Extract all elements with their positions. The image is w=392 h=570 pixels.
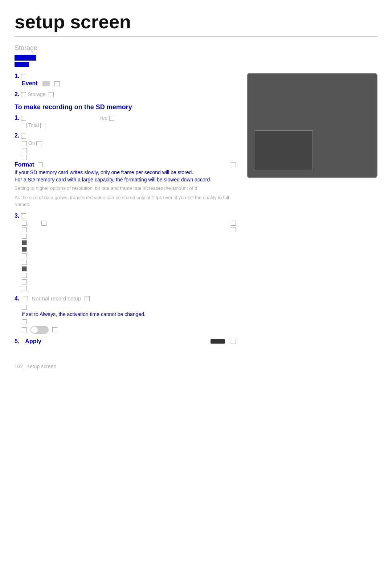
step1b-box <box>109 116 114 121</box>
normal-record-label: Normal record setup <box>32 295 81 302</box>
step-1: 1. Event <box>15 73 236 87</box>
step2-label: Storage <box>28 91 45 97</box>
step2b-box2 <box>22 154 236 160</box>
step4-toggle-box <box>52 327 57 332</box>
apply-row: 5. Apply <box>15 338 236 345</box>
step1b-total-box <box>40 123 45 128</box>
format-label: Format <box>15 161 34 168</box>
right-panel <box>247 73 377 178</box>
blue-bar-group <box>15 55 377 67</box>
step-2-num: 2. <box>15 91 19 97</box>
step2b-on-label: On <box>28 140 35 146</box>
step2-box <box>49 92 54 97</box>
step-1b: 1. ree Total <box>15 115 236 128</box>
step3-right-0 <box>231 221 236 226</box>
step4-header-row: 4. Normal record setup <box>15 295 236 302</box>
step2b-on-box <box>36 141 41 146</box>
step-4-num: 4. <box>15 295 19 302</box>
step4-toggle-icon2 <box>22 327 27 332</box>
apply-end-box <box>231 339 236 344</box>
step1-box-icon <box>54 81 60 86</box>
step-3: 3. <box>15 213 236 291</box>
step2b-on: On <box>22 140 236 146</box>
apply-label: Apply <box>25 338 41 345</box>
camera-inner-view <box>255 130 313 170</box>
gray-note-1: Setting to higher options of resolution,… <box>15 185 236 192</box>
step1b-free: ree <box>100 115 107 121</box>
format-icon <box>38 162 43 167</box>
gray-note-2: As the size of data grows, transferred v… <box>15 194 236 208</box>
step3-box-2 <box>22 234 27 239</box>
step4-sub-icon <box>22 305 27 310</box>
step3-box-6 <box>22 260 27 265</box>
step3-row-3 <box>22 240 236 245</box>
step3-row-8 <box>22 273 236 278</box>
step3-box-3 <box>22 240 27 245</box>
step-1-content: Event <box>22 80 236 87</box>
step4-end-box <box>85 296 90 301</box>
step2b-icon <box>21 134 26 139</box>
activation-note: If set to Always, the activation time ca… <box>22 311 236 317</box>
step3-row-9 <box>22 279 236 284</box>
step3-row-5 <box>22 253 236 258</box>
step1b-total-icon <box>22 123 27 128</box>
step4-toggle-row2 <box>22 326 236 334</box>
step2b-on-icon <box>22 141 27 146</box>
step3-box-0b <box>41 221 46 226</box>
step1-event-label: Event <box>22 80 38 86</box>
step-2: 2. Storage <box>15 91 236 98</box>
step3-row-4 <box>22 247 236 252</box>
sd-heading: To make recording on the SD memory <box>15 103 236 111</box>
step1-arrow-icon <box>42 81 50 86</box>
step3-box-1 <box>22 227 27 232</box>
step2b-box2-icon <box>22 155 27 160</box>
step3-box-8 <box>22 273 27 278</box>
step3-box-10 <box>22 286 27 291</box>
step1-icon <box>21 74 26 79</box>
blue-info-1: If your SD memory card writes slowly, on… <box>15 169 236 175</box>
step3-row-1 <box>22 227 236 232</box>
format-row: Format <box>15 161 236 168</box>
step1b-icon <box>21 116 26 121</box>
camera-preview <box>247 73 377 178</box>
step2-icon <box>21 92 26 97</box>
step-2b-num: 2. <box>15 132 19 139</box>
page-title: setup screen <box>15 11 377 37</box>
step4-sub <box>22 304 236 310</box>
step2b-box1-icon <box>22 148 27 153</box>
step3-row-0 <box>22 221 236 226</box>
step3-box-9 <box>22 279 27 284</box>
blue-info-2: For a SD memory card with a large capaci… <box>15 177 236 183</box>
step3-icon <box>21 213 26 218</box>
storage-label: Storage <box>15 44 377 52</box>
step2b-box1 <box>22 147 236 153</box>
step3-box-7 <box>22 266 27 271</box>
step-5-num: 5. <box>15 338 19 345</box>
step3-box-4 <box>22 247 27 252</box>
step-4: 4. Normal record setup If set to Always,… <box>15 295 236 334</box>
step3-right-1 <box>231 227 236 232</box>
main-layout: 1. Event 2. Storage To make recording on… <box>15 73 377 349</box>
step3-box-5 <box>22 253 27 258</box>
step3-row-10 <box>22 286 236 291</box>
step-1-num: 1. <box>15 73 19 79</box>
step4-toggle-row1 <box>22 319 236 324</box>
step3-row-2 <box>22 234 236 239</box>
step3-row-6 <box>22 260 236 265</box>
blue-bar-narrow <box>15 62 29 67</box>
format-end-box <box>231 162 236 167</box>
step-1b-num: 1. <box>15 115 19 121</box>
step-2b: 2. On Format If your SD memory card writ… <box>15 132 236 208</box>
step-5: 5. Apply <box>15 338 236 345</box>
step4-toggle-icon1 <box>22 319 27 324</box>
left-content: 1. Event 2. Storage To make recording on… <box>15 73 236 349</box>
step3-items <box>22 221 236 291</box>
step3-box-0 <box>22 221 27 226</box>
apply-button[interactable] <box>211 339 225 344</box>
toggle-slider[interactable] <box>30 326 49 334</box>
step-3-num: 3. <box>15 213 19 219</box>
step3-row-7 <box>22 266 236 271</box>
step4-icon <box>23 296 28 301</box>
blue-bar-wide <box>15 55 36 61</box>
page-footer: 102_ setup screen <box>15 364 377 369</box>
